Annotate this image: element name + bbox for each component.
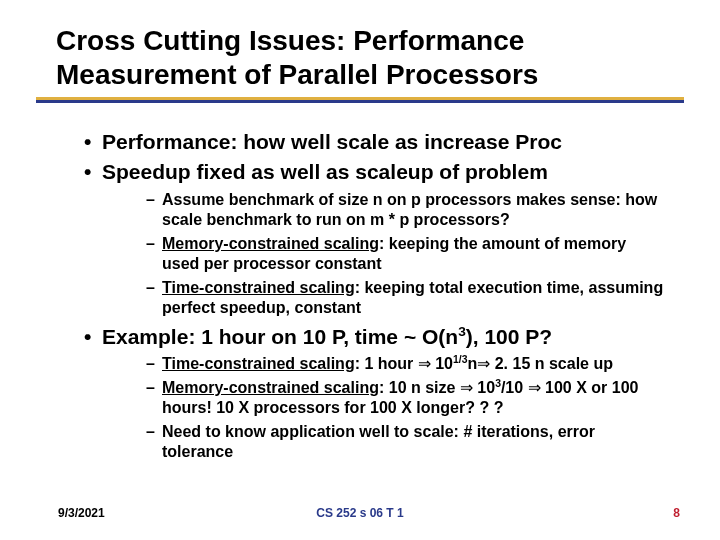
footer-course: CS 252 s 06 T 1	[0, 506, 720, 520]
rule-navy	[36, 100, 684, 103]
bullet-performance: Performance: how well scale as increase …	[84, 129, 664, 155]
example-pre: Example: 1 hour on 10 P, time ~ O(n	[102, 325, 458, 348]
arrow-icon: ⇒	[528, 379, 541, 396]
slide-title: Cross Cutting Issues: Performance Measur…	[56, 24, 664, 91]
sub-time-constrained: Time-constrained scaling: keeping total …	[146, 278, 664, 318]
bullet-speedup-text: Speedup fixed as well as scaleup of prob…	[102, 160, 548, 183]
title-underline	[36, 97, 684, 103]
arrow-icon: ⇒	[477, 355, 490, 372]
title-line-1: Cross Cutting Issues: Performance	[56, 25, 524, 56]
term-memory-constrained: Memory-constrained scaling	[162, 235, 379, 252]
term-time-constrained-2: Time-constrained scaling	[162, 355, 355, 372]
sub-list-2: Time-constrained scaling: 1 hour ⇒ 101/3…	[102, 354, 664, 462]
term-memory-constrained-2: Memory-constrained scaling	[162, 379, 379, 396]
footer-page-number: 8	[673, 506, 680, 520]
title-line-2: Measurement of Parallel Processors	[56, 59, 538, 90]
sub-list-1: Assume benchmark of size n on p processo…	[102, 190, 664, 318]
example-post: ), 100 P?	[466, 325, 552, 348]
sub-memory-constrained: Memory-constrained scaling: keeping the …	[146, 234, 664, 274]
sub-assume: Assume benchmark of size n on p processo…	[146, 190, 664, 230]
bullet-example: Example: 1 hour on 10 P, time ~ O(n3), 1…	[84, 324, 664, 462]
t1: : 1 hour	[355, 355, 418, 372]
term-time-constrained: Time-constrained scaling	[162, 279, 355, 296]
example-sup: 3	[458, 324, 466, 339]
arrow-icon: ⇒	[418, 355, 431, 372]
sub-time-scaling: Time-constrained scaling: 1 hour ⇒ 101/3…	[146, 354, 664, 374]
arrow-icon: ⇒	[460, 379, 473, 396]
m1: : 10 n size	[379, 379, 460, 396]
t3: 2. 15 n scale up	[490, 355, 613, 372]
sub-memory-scaling: Memory-constrained scaling: 10 n size ⇒ …	[146, 378, 664, 418]
t2sup: 1/3	[453, 354, 467, 365]
m2b: /10	[501, 379, 528, 396]
bullet-speedup: Speedup fixed as well as scaleup of prob…	[84, 159, 664, 317]
slide: Cross Cutting Issues: Performance Measur…	[0, 0, 720, 540]
sub-need-to-know: Need to know application well to scale: …	[146, 422, 664, 462]
t2b: n	[467, 355, 477, 372]
footer: 9/3/2021 CS 252 s 06 T 1 8	[0, 506, 720, 524]
bullet-list: Performance: how well scale as increase …	[56, 129, 664, 462]
t2: 10	[431, 355, 453, 372]
m2: 10	[473, 379, 495, 396]
